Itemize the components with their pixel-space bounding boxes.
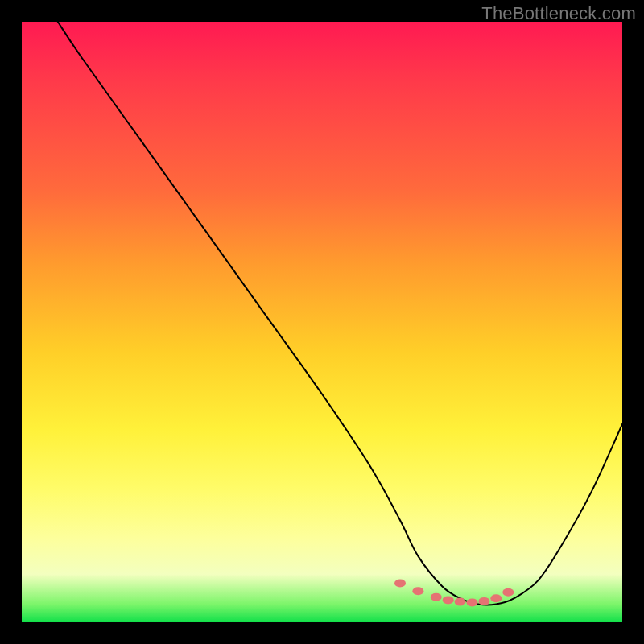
curve-marker	[443, 596, 454, 604]
curve-marker	[431, 593, 442, 601]
bottleneck-curve	[58, 22, 622, 605]
curve-marker	[455, 598, 466, 606]
curve-marker	[478, 597, 489, 605]
marker-group	[394, 580, 514, 607]
curve-marker	[490, 594, 502, 602]
curve-marker	[502, 588, 514, 597]
curve-marker	[394, 580, 406, 588]
plot-area	[22, 22, 622, 622]
watermark-text: TheBottleneck.com	[481, 3, 636, 24]
chart-frame: TheBottleneck.com	[0, 0, 644, 644]
curve-marker	[467, 598, 478, 606]
chart-svg	[22, 22, 622, 622]
curve-marker	[412, 587, 423, 595]
